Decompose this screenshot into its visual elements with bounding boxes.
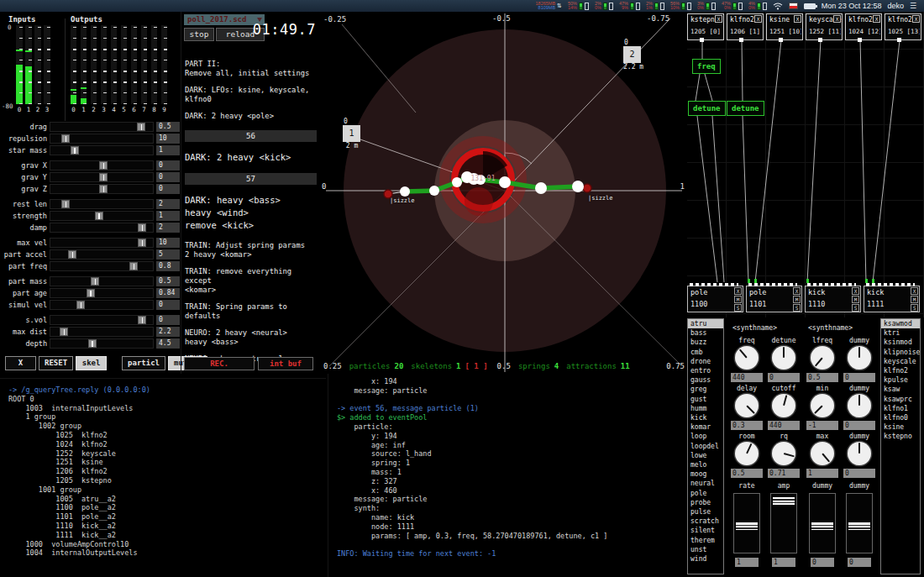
param-slider-part-freq[interactable] [50,261,154,271]
node-close-button[interactable]: X [794,15,801,23]
knob-value[interactable]: 0.3 [731,421,763,430]
synth-item-gauss[interactable]: gauss [688,375,723,385]
lfo-item-ktri[interactable]: ktri [881,328,920,338]
lfo-synth-list[interactable]: ksawmodktriksinmodklipnoisekeyscaleklfno… [880,318,921,574]
param-value[interactable]: 0 [156,160,180,170]
param-slider-handle[interactable] [99,173,108,181]
param-slider-handle[interactable] [99,185,108,193]
lfo-item-ksawprc[interactable]: ksawprc [881,395,920,404]
param-slider-handle[interactable] [68,250,76,259]
synth-item-buzz[interactable]: buzz [688,338,723,347]
knob-value[interactable]: 440 [731,373,763,382]
param-slider-part-mass[interactable] [50,276,154,286]
sensor-2[interactable]: 0 2 2.2 m [623,39,642,71]
param-box-detune[interactable]: detune [727,101,764,116]
synth-item-greg[interactable]: greg [688,385,723,394]
param-slider-handle[interactable] [99,161,108,170]
slider-track-dummy[interactable] [809,493,836,553]
synth-item-humm[interactable]: humm [688,404,723,413]
synth-item-unst[interactable]: unst [688,545,723,554]
synth-item-loop[interactable]: loop [688,432,723,441]
knob-value[interactable]: -1 [806,421,838,430]
slider-handle[interactable] [773,497,795,505]
param-value[interactable]: 0.5 [156,276,180,286]
mixer-m-button[interactable]: M [793,296,801,303]
param-slider-max-dist[interactable] [50,327,154,337]
param-slider-strength[interactable] [50,211,154,221]
synth-item-pole[interactable]: pole [688,489,723,498]
knob-value[interactable]: 1 [806,469,838,478]
knob-dial-cutoff[interactable] [772,394,795,417]
param-value[interactable]: 0 [156,300,180,310]
param-slider-depth[interactable] [50,338,154,349]
mixer-m-button[interactable]: M [852,296,859,303]
param-slider-drag[interactable] [50,122,154,132]
param-slider-handle[interactable] [87,289,95,297]
synth-item-bass[interactable]: bass [688,328,723,338]
knob-dial-delay[interactable] [735,394,759,417]
param-slider-handle[interactable] [71,146,79,155]
lfo-item-ksawmod[interactable]: ksawmod [881,319,920,328]
param-value[interactable]: 5 [156,249,180,260]
synth-item-scratch[interactable]: scratch [688,517,723,526]
param-slider-simul-vel[interactable] [50,300,154,310]
slider-track-rate[interactable] [733,493,760,553]
slider-handle[interactable] [736,522,758,530]
param-slider-part-accel[interactable] [50,249,154,260]
menubar-clock[interactable]: Mon 23 Oct 12:58 [822,2,882,10]
knob-value[interactable]: 0 [843,373,875,382]
synth-item-cmb[interactable]: cmb [688,348,723,357]
param-slider-grav-X[interactable] [50,160,154,170]
param-slider-handle[interactable] [129,262,138,270]
slider-value[interactable]: 0 [811,558,834,567]
knob-value[interactable]: 0.5 [806,373,838,382]
lfo-item-ksaw[interactable]: ksaw [881,385,920,394]
knob-value[interactable]: 440 [768,421,800,430]
param-value[interactable]: 4.5 [156,338,180,349]
battery-icon[interactable] [804,3,816,9]
knob-dial-max[interactable] [811,442,834,465]
param-slider-star-mass[interactable] [50,145,154,155]
mixer-m-button[interactable]: M [734,296,742,303]
menubar-user[interactable]: deko [887,2,904,10]
param-value[interactable]: 0 [156,184,180,194]
lfo-item-ksinmod[interactable]: ksinmod [881,338,920,347]
param-value[interactable]: 1 [156,211,180,221]
knob-dial-dummy[interactable] [848,346,871,370]
mixer-x-button[interactable]: X [734,287,742,295]
lfo-item-kpulse[interactable]: kpulse [881,375,920,385]
knob-value[interactable]: 0 [843,421,875,430]
lfo-item-keyscale[interactable]: keyscale [881,357,920,366]
particl-button[interactable]: particl [122,356,165,370]
slider-handle[interactable] [848,522,870,530]
knob-dial-freq[interactable] [735,346,759,370]
slider-value[interactable]: 1 [772,558,795,567]
node-close-button[interactable]: X [873,15,880,23]
node-close-button[interactable]: X [912,15,920,23]
synth-list[interactable]: atrubassbuzzcmbdroneentrogaussgreggusthu… [687,318,724,574]
param-slider-grav-Y[interactable] [50,172,154,182]
synth-item-kick[interactable]: kick [688,413,723,422]
knob-dial-dummy[interactable] [848,442,871,465]
param-value[interactable]: 10 [156,134,180,144]
knob-dial-dummy[interactable] [848,394,871,417]
param-box-freq[interactable]: freq [692,59,721,74]
skel-button[interactable]: skel [76,356,107,370]
int-buf-button[interactable]: int buf [258,357,313,370]
synth-item-entro[interactable]: entro [688,366,723,375]
param-slider-grav-Z[interactable] [50,184,154,194]
synth-item-neural[interactable]: neural [688,479,723,488]
param-slider-handle[interactable] [60,328,68,336]
param-slider-handle[interactable] [61,200,70,208]
synth-item-therem[interactable]: therem [688,536,723,545]
param-slider-damp[interactable] [50,223,154,233]
mixer-x-button[interactable]: X [852,287,859,295]
param-slider-handle[interactable] [91,277,99,286]
param-slider-repulsion[interactable] [50,134,154,144]
cue-button[interactable]: 56 [185,130,317,142]
param-slider-handle[interactable] [76,301,85,309]
mixer-m-button[interactable]: M [911,296,918,303]
param-value[interactable]: 0.84 [156,288,180,298]
param-slider-s-vol[interactable] [50,315,154,325]
param-slider-part-age[interactable] [50,288,154,298]
